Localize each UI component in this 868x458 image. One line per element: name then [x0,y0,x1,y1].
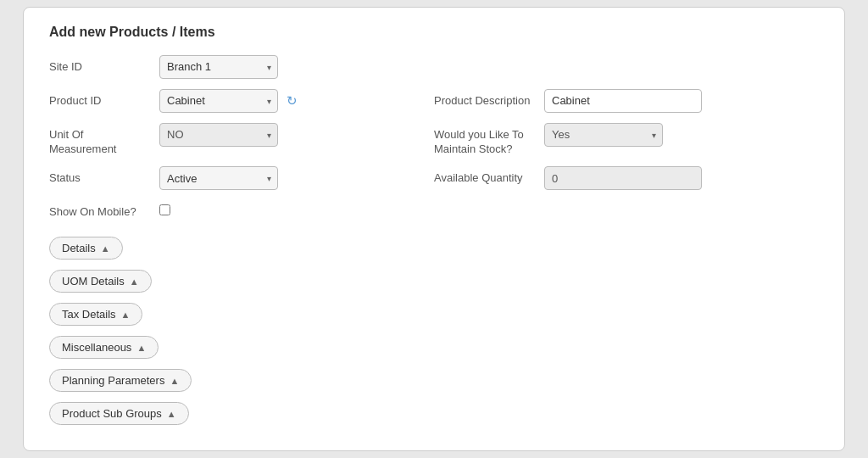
tax-details-chevron-icon: ▲ [121,310,131,320]
site-id-select-wrapper: Branch 1 ▾ [159,55,278,79]
uom-details-chevron-icon: ▲ [130,276,139,287]
product-id-row: Product ID Cabinet ▾ ↻ Product Descripti… [49,89,819,113]
add-products-card: Add new Products / Items Site ID Branch … [23,7,845,452]
available-qty-label: Available Quantity [434,166,544,186]
show-mobile-label: Show On Mobile? [49,200,159,220]
product-sub-groups-section-btn[interactable]: Product Sub Groups ▲ [49,402,189,425]
status-control: Active ▾ [159,166,278,190]
uom-select-wrapper: NO ▾ [159,123,278,147]
product-desc-input[interactable] [544,89,702,113]
uom-label: Unit Of Measurement [49,123,159,157]
show-mobile-control [159,204,170,215]
product-desc-label: Product Description [434,89,544,109]
status-select[interactable]: Active [159,166,278,190]
uom-select[interactable]: NO [159,123,278,147]
form-body: Site ID Branch 1 ▾ Product ID [49,55,819,434]
details-chevron-icon: ▲ [101,243,110,254]
maintain-stock-label: Would you Like To Maintain Stock? [434,123,544,157]
maintain-stock-select[interactable]: Yes [544,123,663,147]
uom-row: Unit Of Measurement NO ▾ Would you Like … [49,123,819,157]
site-id-label: Site ID [49,55,159,75]
miscellaneous-section-btn[interactable]: Miscellaneous ▲ [49,336,159,359]
product-id-control: Cabinet ▾ ↻ [159,89,298,113]
status-label: Status [49,166,159,186]
product-id-select-wrapper: Cabinet ▾ [159,89,278,113]
uom-details-section-btn[interactable]: UOM Details ▲ [49,270,152,293]
available-qty-input[interactable] [544,166,702,190]
status-row: Status Active ▾ Available Quantity [49,166,819,190]
planning-params-section-btn[interactable]: Planning Parameters ▲ [49,369,192,392]
product-sub-groups-chevron-icon: ▲ [167,409,176,419]
details-section-btn[interactable]: Details ▲ [49,237,123,260]
sections-area: Details ▲ UOM Details ▲ Tax Details ▲ Mi… [49,237,819,433]
product-id-refresh-icon[interactable]: ↻ [287,93,298,109]
site-id-row: Site ID Branch 1 ▾ [49,55,819,79]
available-qty-control [544,166,702,190]
tax-details-section-btn[interactable]: Tax Details ▲ [49,303,142,326]
miscellaneous-chevron-icon: ▲ [136,343,146,353]
page-title: Add new Products / Items [49,25,819,40]
product-id-label: Product ID [49,89,159,109]
show-mobile-row: Show On Mobile? [49,200,819,220]
planning-params-chevron-icon: ▲ [170,376,179,386]
status-select-wrapper: Active ▾ [159,166,278,190]
product-id-select[interactable]: Cabinet [159,89,278,113]
uom-control: NO ▾ [159,123,278,147]
maintain-stock-control: Yes ▾ [544,123,663,147]
show-mobile-checkbox[interactable] [159,204,170,215]
maintain-stock-select-wrapper: Yes ▾ [544,123,663,147]
site-id-control: Branch 1 ▾ [159,55,278,79]
site-id-select[interactable]: Branch 1 [159,55,278,79]
product-desc-control [544,89,702,113]
